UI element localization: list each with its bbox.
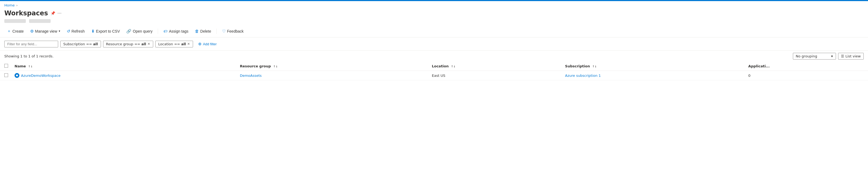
assign-tags-button[interactable]: 🏷 Assign tags — [161, 28, 191, 35]
col-sub-label: Subscription — [565, 64, 590, 68]
grouping-chevron: ▾ — [831, 54, 833, 58]
list-view-icon: ☰ — [841, 54, 844, 58]
col-app-label: Applicati... — [748, 64, 770, 68]
row-checkbox-cell — [0, 71, 10, 80]
export-icon: ⬇ — [91, 29, 95, 34]
refresh-label: Refresh — [72, 29, 85, 33]
toolbar-separator-1 — [158, 29, 158, 34]
col-resource-group[interactable]: Resource group ↑↓ — [236, 62, 428, 71]
export-label: Export to CSV — [96, 29, 120, 33]
feedback-icon: ♡ — [222, 29, 226, 34]
results-bar: Showing 1 to 1 of 1 records. No grouping… — [0, 51, 868, 62]
col-loc-sort: ↑↓ — [451, 65, 456, 68]
list-view-button[interactable]: ☰ List view — [838, 53, 864, 60]
refresh-button[interactable]: ↺ Refresh — [64, 28, 88, 35]
header-icons: 📌 ··· — [51, 11, 61, 16]
open-query-icon: 🔗 — [126, 29, 131, 34]
row-name-cell: AzureDemoWorkspace — [10, 71, 236, 80]
row-applications-cell: 0 — [744, 71, 868, 80]
results-text: Showing 1 to 1 of 1 records. — [4, 54, 54, 58]
open-query-label: Open query — [133, 29, 152, 33]
location-value: East US — [432, 74, 445, 78]
refresh-icon: ↺ — [67, 29, 70, 34]
delete-icon: 🗑 — [195, 29, 199, 33]
toolbar: ＋ Create ⚙ Manage view ▾ ↺ Refresh ⬇ Exp… — [0, 25, 868, 37]
filter-input[interactable] — [4, 41, 58, 48]
delete-button[interactable]: 🗑 Delete — [192, 28, 214, 35]
col-rg-sort: ↑↓ — [273, 65, 278, 68]
header-checkbox[interactable] — [4, 64, 8, 68]
checkbox-header — [0, 62, 10, 71]
table-header-row: Name ↑↓ Resource group ↑↓ Location ↑↓ Su… — [0, 62, 868, 71]
svg-rect-1 — [16, 75, 18, 76]
create-button[interactable]: ＋ Create — [4, 27, 26, 35]
workspace-icon — [14, 73, 20, 78]
workspace-name-link[interactable]: AzureDemoWorkspace — [21, 74, 61, 78]
resource-group-filter-label: Resource group == all — [106, 42, 146, 46]
subtext-pill-1 — [4, 19, 26, 23]
manage-view-chevron: ▾ — [59, 29, 60, 33]
assign-tags-icon: 🏷 — [163, 29, 167, 33]
manage-view-label: Manage view — [35, 29, 57, 33]
create-icon: ＋ — [7, 29, 11, 34]
col-name-sort: ↑↓ — [28, 65, 33, 68]
filter-bar: Subscription == all Resource group == al… — [0, 37, 868, 51]
col-loc-label: Location — [432, 64, 449, 68]
row-subscription-cell: Azure subscription 1 — [561, 71, 744, 80]
page-title: Workspaces — [4, 9, 48, 17]
col-name[interactable]: Name ↑↓ — [10, 62, 236, 71]
breadcrumb-separator: › — [16, 3, 18, 7]
subtext-row — [0, 19, 868, 25]
delete-label: Delete — [200, 29, 211, 33]
more-icon[interactable]: ··· — [57, 11, 61, 16]
open-query-button[interactable]: 🔗 Open query — [124, 28, 155, 35]
manage-view-button[interactable]: ⚙ Manage view ▾ — [27, 28, 63, 35]
subscription-link[interactable]: Azure subscription 1 — [565, 74, 601, 78]
subtext-pill-2 — [29, 19, 51, 23]
location-filter-close[interactable]: ✕ — [187, 42, 190, 46]
col-name-label: Name — [14, 64, 26, 68]
row-location-cell: East US — [428, 71, 561, 80]
subscription-filter-label: Subscription == all — [63, 42, 98, 46]
col-sub-sort: ↑↓ — [592, 65, 597, 68]
resource-group-link[interactable]: DemoAssets — [240, 74, 262, 78]
toolbar-separator-2 — [216, 29, 217, 34]
col-location[interactable]: Location ↑↓ — [428, 62, 561, 71]
col-rg-label: Resource group — [240, 64, 271, 68]
add-filter-button[interactable]: ⊕ Add filter — [195, 40, 220, 48]
add-filter-icon: ⊕ — [198, 41, 202, 46]
export-button[interactable]: ⬇ Export to CSV — [89, 28, 123, 35]
breadcrumb-home[interactable]: Home — [4, 3, 14, 7]
manage-view-icon: ⚙ — [30, 29, 34, 34]
col-subscription[interactable]: Subscription ↑↓ — [561, 62, 744, 71]
col-applications: Applicati... — [744, 62, 868, 71]
feedback-label: Feedback — [227, 29, 243, 33]
list-view-label: List view — [845, 54, 861, 58]
page-header: Workspaces 📌 ··· — [0, 8, 868, 19]
grouping-label: No grouping — [796, 54, 817, 58]
grouping-controls: No grouping ▾ ☰ List view — [793, 53, 864, 60]
grouping-dropdown[interactable]: No grouping ▾ — [793, 53, 836, 60]
row-checkbox[interactable] — [4, 73, 8, 77]
applications-value: 0 — [748, 74, 750, 78]
breadcrumb: Home › — [0, 1, 868, 8]
resource-group-filter-close[interactable]: ✕ — [148, 42, 150, 46]
feedback-button[interactable]: ♡ Feedback — [219, 28, 246, 35]
row-rg-cell: DemoAssets — [236, 71, 428, 80]
subscription-filter[interactable]: Subscription == all — [60, 41, 101, 48]
location-filter[interactable]: Location == all ✕ — [155, 41, 193, 48]
create-label: Create — [12, 29, 24, 33]
table-row: AzureDemoWorkspace DemoAssets East US Az… — [0, 71, 868, 80]
add-filter-label: Add filter — [203, 42, 217, 46]
resource-group-filter[interactable]: Resource group == all ✕ — [103, 41, 153, 48]
assign-tags-label: Assign tags — [169, 29, 188, 33]
location-filter-label: Location == all — [158, 42, 186, 46]
data-table: Name ↑↓ Resource group ↑↓ Location ↑↓ Su… — [0, 62, 868, 80]
pin-icon[interactable]: 📌 — [51, 11, 55, 16]
